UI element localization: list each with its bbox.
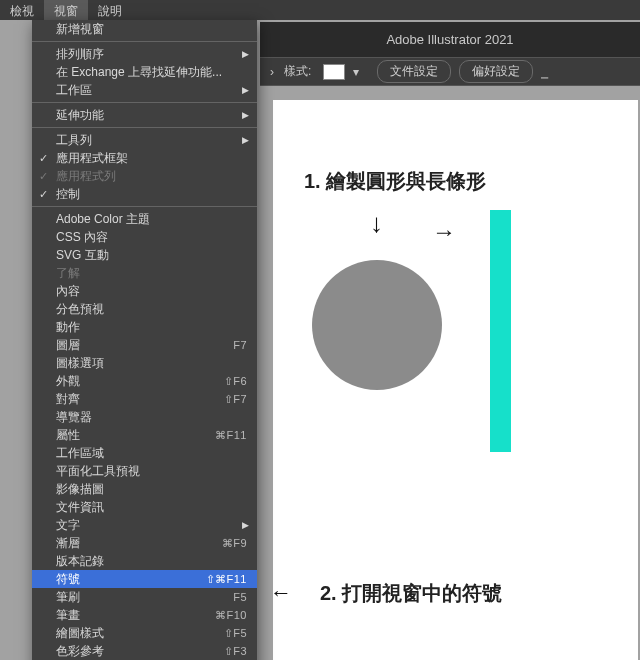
menu-item-label: 動作	[56, 319, 247, 336]
menu-item-label: Adobe Color 主題	[56, 211, 247, 228]
menu-item[interactable]: 繪圖樣式⇧F5	[32, 624, 257, 642]
circle-shape[interactable]	[312, 260, 442, 390]
menu-item-label: 漸層	[56, 535, 222, 552]
arrow-down-icon: ↓	[370, 208, 383, 239]
menu-item-label: 工具列	[56, 132, 247, 149]
menu-item[interactable]: 平面化工具預視	[32, 462, 257, 480]
menu-item[interactable]: 工具列▶	[32, 131, 257, 149]
menu-item[interactable]: 對齊⇧F7	[32, 390, 257, 408]
style-swatch[interactable]	[323, 64, 345, 80]
menu-item-label: 內容	[56, 283, 247, 300]
submenu-arrow-icon: ▶	[242, 85, 249, 95]
menu-item-label: 筆刷	[56, 589, 233, 606]
menu-item-label: 對齊	[56, 391, 224, 408]
menu-item-shortcut: ⌘F11	[215, 429, 247, 442]
menu-item-view[interactable]: 檢視	[0, 0, 44, 20]
options-toolbar: › 樣式: ▾ 文件設定 偏好設定 ⎯	[260, 58, 640, 86]
menu-item[interactable]: 屬性⌘F11	[32, 426, 257, 444]
menu-item-label: 導覽器	[56, 409, 247, 426]
chevron-right-icon[interactable]: ›	[268, 65, 276, 79]
menu-item-label: 新增視窗	[56, 21, 247, 38]
menu-item[interactable]: 新增視窗	[32, 20, 257, 38]
menu-item: ✓應用程式列	[32, 167, 257, 185]
menu-item[interactable]: 版本記錄	[32, 552, 257, 570]
menu-item-shortcut: ⇧F6	[224, 375, 247, 388]
menu-item-label: 繪圖樣式	[56, 625, 224, 642]
menu-item[interactable]: 色彩參考⇧F3	[32, 642, 257, 660]
menu-item-label: 工作區域	[56, 445, 247, 462]
menu-item-shortcut: ⇧F3	[224, 645, 247, 658]
menu-item-window[interactable]: 視窗	[44, 0, 88, 20]
style-dropdown-icon[interactable]: ▾	[353, 65, 369, 79]
menu-item-label: 排列順序	[56, 46, 247, 63]
menu-item[interactable]: 延伸功能▶	[32, 106, 257, 124]
menu-item-label: 分色預視	[56, 301, 247, 318]
menu-item: 了解	[32, 264, 257, 282]
menu-item-label: 圖樣選項	[56, 355, 247, 372]
menu-item-label: 文件資訊	[56, 499, 247, 516]
menu-item[interactable]: 漸層⌘F9	[32, 534, 257, 552]
menu-item[interactable]: 工作區域	[32, 444, 257, 462]
menu-item-shortcut: ⇧F7	[224, 393, 247, 406]
menu-separator	[32, 41, 257, 42]
style-label: 樣式:	[284, 63, 311, 80]
menu-item[interactable]: 筆刷F5	[32, 588, 257, 606]
window-menu-dropdown: 新增視窗排列順序▶在 Exchange 上尋找延伸功能...工作區▶延伸功能▶工…	[32, 20, 257, 660]
menu-item-label: 外觀	[56, 373, 224, 390]
menu-item[interactable]: 導覽器	[32, 408, 257, 426]
menu-item-shortcut: F7	[233, 339, 247, 351]
menu-item-label: CSS 內容	[56, 229, 247, 246]
submenu-arrow-icon: ▶	[242, 110, 249, 120]
prefs-button[interactable]: 偏好設定	[459, 60, 533, 83]
menu-item-label: 控制	[56, 186, 247, 203]
menu-item[interactable]: Adobe Color 主題	[32, 210, 257, 228]
menu-item[interactable]: SVG 互動	[32, 246, 257, 264]
menu-item-label: SVG 互動	[56, 247, 247, 264]
arrow-right-icon: →	[432, 218, 456, 246]
menu-item[interactable]: 圖樣選項	[32, 354, 257, 372]
menu-item[interactable]: 符號⇧⌘F11	[32, 570, 257, 588]
menu-item-label: 圖層	[56, 337, 233, 354]
menu-item[interactable]: ✓控制	[32, 185, 257, 203]
menu-item[interactable]: 分色預視	[32, 300, 257, 318]
menu-item[interactable]: 內容	[32, 282, 257, 300]
menu-item[interactable]: 文字▶	[32, 516, 257, 534]
menu-item[interactable]: ✓應用程式框架	[32, 149, 257, 167]
menu-item-label: 應用程式列	[56, 168, 247, 185]
menubar: 檢視 視窗 說明	[0, 0, 640, 20]
arrow-left-icon: ←	[270, 580, 292, 606]
menu-item[interactable]: 文件資訊	[32, 498, 257, 516]
menu-item-shortcut: ⇧⌘F11	[206, 573, 247, 586]
annotation-step2: 2. 打開視窗中的符號	[320, 580, 502, 607]
menu-separator	[32, 127, 257, 128]
menu-item[interactable]: CSS 內容	[32, 228, 257, 246]
menu-item[interactable]: 工作區▶	[32, 81, 257, 99]
menu-item-label: 版本記錄	[56, 553, 247, 570]
menu-separator	[32, 206, 257, 207]
bar-shape[interactable]	[490, 210, 511, 452]
menu-item-label: 了解	[56, 265, 247, 282]
check-icon: ✓	[39, 170, 48, 183]
menu-item[interactable]: 排列順序▶	[32, 45, 257, 63]
menu-separator	[32, 102, 257, 103]
menu-item-shortcut: ⌘F10	[215, 609, 247, 622]
menu-item[interactable]: 影像描圖	[32, 480, 257, 498]
menu-item-shortcut: ⌘F9	[222, 537, 247, 550]
menu-item[interactable]: 圖層F7	[32, 336, 257, 354]
doc-settings-button[interactable]: 文件設定	[377, 60, 451, 83]
menu-item-label: 筆畫	[56, 607, 215, 624]
check-icon: ✓	[39, 188, 48, 201]
menu-item-help[interactable]: 說明	[88, 0, 132, 20]
menu-item-label: 工作區	[56, 82, 247, 99]
align-icon[interactable]: ⎯	[541, 65, 557, 79]
menu-item[interactable]: 動作	[32, 318, 257, 336]
menu-item-label: 應用程式框架	[56, 150, 247, 167]
menu-item-label: 文字	[56, 517, 247, 534]
menu-item[interactable]: 外觀⇧F6	[32, 372, 257, 390]
menu-item[interactable]: 在 Exchange 上尋找延伸功能...	[32, 63, 257, 81]
menu-item-label: 屬性	[56, 427, 215, 444]
menu-item-label: 在 Exchange 上尋找延伸功能...	[56, 64, 247, 81]
menu-item-label: 色彩參考	[56, 643, 224, 660]
menu-item[interactable]: 筆畫⌘F10	[32, 606, 257, 624]
menu-item-shortcut: F5	[233, 591, 247, 603]
